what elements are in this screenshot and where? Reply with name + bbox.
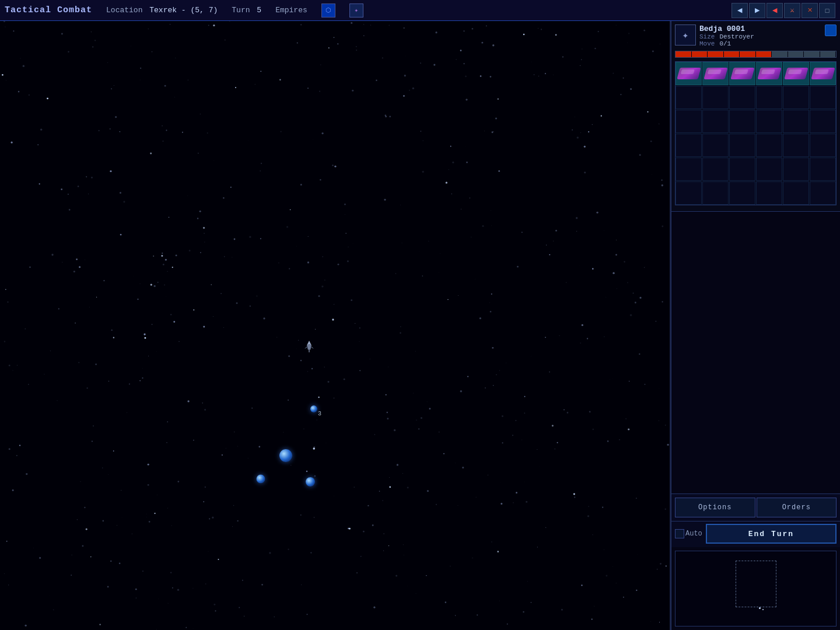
planet-medium-1 (279, 449, 292, 462)
empty-slot-20[interactable] (702, 134, 729, 157)
unit-icon: ✦ (675, 24, 696, 46)
weapon-slot-3[interactable] (729, 62, 755, 85)
empty-slot-18[interactable] (810, 110, 836, 133)
empty-slot-9[interactable] (729, 86, 755, 109)
unit-move-stat: Move 0/1 (699, 40, 821, 47)
main-layout: 3 ✦ Bedja 0001 Size Destroyer (0, 21, 840, 630)
auto-label: Auto (685, 530, 702, 538)
weapon-icon-6 (811, 68, 835, 79)
stars-canvas (0, 21, 670, 630)
svg-marker-3 (304, 346, 307, 349)
mini-map-viewport-box (736, 561, 776, 607)
unit-details: Bedja 0001 Size Destroyer Move 0/1 (699, 24, 821, 47)
empire-icon-1[interactable]: ⬡ (321, 4, 335, 18)
weapon-slot-1[interactable] (676, 62, 702, 85)
options-button[interactable]: Options (675, 498, 755, 517)
weapon-icon-4 (757, 68, 781, 79)
unit-slots-grid (675, 61, 836, 205)
empty-slot-25[interactable] (676, 158, 702, 181)
empty-slot-23[interactable] (783, 134, 809, 157)
mini-dot-1 (759, 607, 761, 609)
empty-slot-34[interactable] (756, 181, 782, 205)
empty-slot-14[interactable] (702, 110, 729, 133)
empty-slot-35[interactable] (783, 181, 809, 205)
health-bar (675, 51, 836, 58)
weapon-icon-1 (677, 68, 701, 79)
mini-map-content (676, 551, 836, 626)
empty-slot-22[interactable] (756, 134, 782, 157)
empty-slot-27[interactable] (729, 158, 755, 181)
empty-slot-32[interactable] (702, 181, 729, 205)
empty-slot-15[interactable] (729, 110, 755, 133)
empty-slot-29[interactable] (783, 158, 809, 181)
empty-slot-17[interactable] (783, 110, 809, 133)
empty-slot-12[interactable] (810, 86, 836, 109)
health-bar-segments (676, 51, 836, 57)
empty-slot-26[interactable] (702, 158, 729, 181)
weapon-slot-5[interactable] (783, 62, 809, 85)
mini-dot-2 (762, 609, 764, 610)
empty-slot-24[interactable] (810, 134, 836, 157)
empty-slot-30[interactable] (810, 158, 836, 181)
turn-controls: Auto End Turn (671, 521, 840, 547)
combat-icon-button[interactable]: ⚔ (784, 3, 800, 18)
svg-marker-4 (312, 346, 314, 349)
nav-buttons: ◀ ▶ ◀ ⚔ ✕ □ (732, 3, 835, 18)
weapon-slot-4[interactable] (756, 62, 782, 85)
end-turn-button[interactable]: End Turn (706, 524, 836, 544)
planet-label-1: 3 (318, 411, 321, 417)
right-panel: ✦ Bedja 0001 Size Destroyer Move 0/1 (671, 21, 840, 630)
unit-info: ✦ Bedja 0001 Size Destroyer Move 0/1 (671, 21, 840, 212)
action-buttons: Options Orders (671, 494, 840, 521)
close-button[interactable]: ✕ (802, 3, 818, 18)
weapon-icon-2 (704, 68, 727, 79)
empires-label: Empires (275, 6, 307, 15)
planet-small-1 (310, 405, 317, 412)
empty-slot-31[interactable] (676, 181, 702, 205)
empty-slot-13[interactable] (676, 110, 702, 133)
weapon-icon-5 (784, 68, 808, 79)
empty-slot-36[interactable] (810, 181, 836, 205)
empty-slot-10[interactable] (756, 86, 782, 109)
mini-map[interactable] (675, 551, 836, 626)
empty-slot-21[interactable] (729, 134, 755, 157)
app-title: Tactical Combat (5, 5, 92, 15)
right-lower-area (671, 212, 840, 494)
planet-small-3 (306, 477, 315, 487)
prev-button[interactable]: ◀ (732, 3, 748, 18)
turn-info: Turn 5 (232, 6, 261, 15)
weapon-icon-3 (730, 68, 754, 79)
orders-button[interactable]: Orders (757, 498, 837, 517)
weapon-slot-2[interactable] (702, 62, 729, 85)
empty-slot-16[interactable] (756, 110, 782, 133)
unit-empire-icon (825, 24, 836, 36)
unit-header: ✦ Bedja 0001 Size Destroyer Move 0/1 (675, 24, 836, 47)
weapon-slot-6[interactable] (810, 62, 836, 85)
next-button[interactable]: ▶ (749, 3, 765, 18)
empire-icon-2[interactable]: ✦ (349, 4, 363, 18)
space-viewport[interactable]: 3 (0, 21, 671, 630)
auto-checkbox[interactable] (675, 529, 684, 538)
empty-slot-8[interactable] (702, 86, 729, 109)
maximize-button[interactable]: □ (819, 3, 835, 18)
empty-slot-28[interactable] (756, 158, 782, 181)
empty-slot-11[interactable] (783, 86, 809, 109)
titlebar: Tactical Combat Location Texrek - (5, 7)… (0, 0, 840, 21)
empty-slot-19[interactable] (676, 134, 702, 157)
empty-slot-33[interactable] (729, 181, 755, 205)
unit-name: Bedja 0001 (699, 24, 821, 33)
location-label: Location Texrek - (5, 7) (106, 6, 218, 15)
planet-small-2 (257, 475, 265, 484)
fast-prev-button[interactable]: ◀ (766, 3, 783, 18)
player-ship (301, 340, 317, 356)
unit-size-stat: Size Destroyer (699, 33, 821, 40)
empty-slot-7[interactable] (676, 86, 702, 109)
